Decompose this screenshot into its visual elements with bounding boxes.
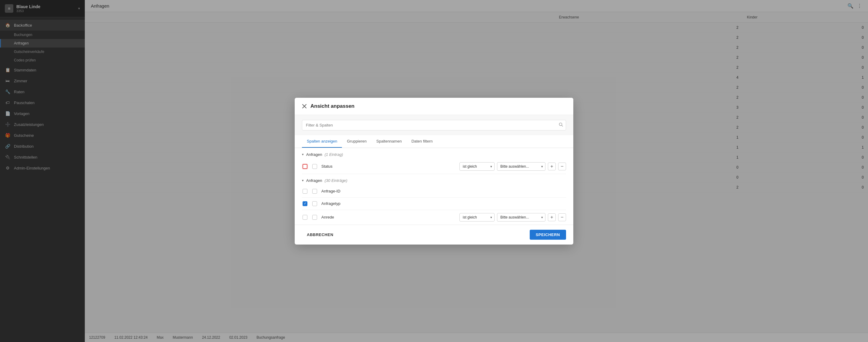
status-filter-controls: ist gleich ist nicht gleich enthält Bitt…	[460, 162, 566, 171]
section-title-1: Anfragen	[306, 152, 322, 157]
tab-spaltennamen[interactable]: Spaltennamen	[372, 135, 407, 148]
section-header-anfragen-columns: ▾ Anfragen (30 Einträge)	[302, 174, 566, 185]
tab-daten-filtern[interactable]: Daten filtern	[406, 135, 437, 148]
modal-header: Ansicht anpassen	[295, 98, 573, 115]
modal-footer: ABBRECHEN SPEICHERN	[295, 225, 573, 244]
filter-columns-input[interactable]	[302, 120, 566, 131]
anrede-label: Anrede	[321, 215, 456, 219]
status-operator-wrap: ist gleich ist nicht gleich enthält	[460, 162, 495, 171]
cb-wrap-anfragetyp-2	[312, 201, 318, 207]
status-checkbox-2[interactable]	[312, 164, 317, 169]
section-chevron-2-icon: ▾	[302, 178, 304, 182]
close-icon	[302, 104, 307, 109]
section-header-anfragen-filter: ▾ Anfragen (1 Eintrag)	[302, 148, 566, 159]
cb-wrap-anfrageid-1	[302, 188, 308, 194]
anrede-checkbox-1[interactable]	[303, 215, 307, 220]
search-input-wrap	[302, 120, 566, 131]
save-button[interactable]: SPEICHERN	[530, 230, 566, 240]
status-label: Status	[321, 164, 456, 169]
cb-wrap-anfrageid-2	[312, 188, 318, 194]
search-icon	[559, 123, 563, 128]
anfrageid-checkbox-1[interactable]	[303, 189, 307, 194]
status-filter-remove-button[interactable]: −	[558, 163, 566, 170]
anrede-value-select[interactable]: Bitte auswählen...	[497, 213, 546, 221]
section-count-1: (1 Eintrag)	[325, 152, 343, 157]
cancel-button[interactable]: ABBRECHEN	[302, 230, 338, 240]
modal-search-row	[295, 115, 573, 135]
anrede-filter-remove-button[interactable]: −	[558, 213, 566, 221]
anrede-filter-controls: ist gleich ist nicht gleich Bitte auswäh…	[460, 213, 566, 221]
modal-dialog: Ansicht anpassen Spalten anzeigen	[295, 98, 573, 244]
cb-wrap-anrede-2	[312, 214, 318, 220]
status-operator-select[interactable]: ist gleich ist nicht gleich enthält	[460, 162, 495, 171]
anfragetyp-label: Anfragetyp	[321, 201, 566, 206]
anrede-checkbox-2[interactable]	[312, 215, 317, 220]
anfrageid-label: Anfrage-ID	[321, 189, 566, 194]
filter-row-status: Status ist gleich ist nicht gleich enthä…	[302, 159, 566, 174]
anrede-operator-select[interactable]: ist gleich ist nicht gleich	[460, 213, 495, 221]
section-chevron-icon: ▾	[302, 152, 304, 157]
filter-row-anfrage-id: Anfrage-ID	[302, 185, 566, 198]
modal-body: ▾ Anfragen (1 Eintrag) Status	[295, 148, 573, 225]
status-value-select[interactable]: Bitte auswählen...	[497, 162, 546, 171]
status-value-wrap: Bitte auswählen...	[497, 162, 546, 171]
section-title-2: Anfragen	[306, 178, 322, 183]
main-content: Anfragen 🔍 ⋮ Erwachsene Kinder 20 20 20 …	[85, 0, 868, 342]
cb-wrap-anfragetyp-1	[302, 201, 308, 207]
filter-row-anrede: Anrede ist gleich ist nicht gleich Bitte…	[302, 210, 566, 225]
svg-line-1	[562, 125, 563, 127]
status-checkbox-1[interactable]	[303, 164, 307, 169]
anrede-filter-add-button[interactable]: +	[548, 213, 556, 221]
status-filter-add-button[interactable]: +	[548, 163, 556, 170]
cb-wrap-status-1	[302, 164, 308, 170]
anfragetyp-checkbox-2[interactable]	[312, 201, 317, 206]
anrede-operator-wrap: ist gleich ist nicht gleich	[460, 213, 495, 221]
modal-close-button[interactable]	[302, 104, 307, 109]
anfragetyp-checkbox-1[interactable]	[303, 201, 307, 206]
section-count-2: (30 Einträge)	[325, 178, 347, 183]
modal-overlay: Ansicht anpassen Spalten anzeigen	[0, 0, 868, 342]
filter-row-anfragetyp: Anfragetyp	[302, 198, 566, 210]
tab-gruppieren[interactable]: Gruppieren	[342, 135, 371, 148]
cb-wrap-anrede-1	[302, 214, 308, 220]
tab-spalten-anzeigen[interactable]: Spalten anzeigen	[302, 135, 342, 148]
cb-wrap-status-2	[312, 164, 318, 170]
anrede-value-wrap: Bitte auswählen...	[497, 213, 546, 221]
modal-tabs: Spalten anzeigen Gruppieren Spaltennamen…	[295, 135, 573, 148]
modal-title: Ansicht anpassen	[310, 103, 355, 109]
anfrageid-checkbox-2[interactable]	[312, 189, 317, 194]
